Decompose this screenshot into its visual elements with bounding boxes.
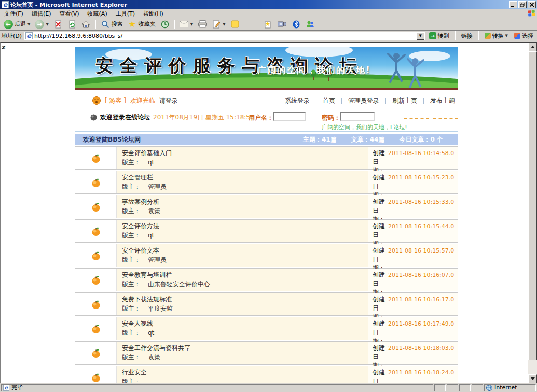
media-button[interactable] (276, 19, 288, 30)
forward-button[interactable]: → ▼ (33, 19, 50, 30)
forum-title[interactable]: 免费下载法规标准 (122, 295, 363, 304)
orange-fruit-icon (91, 348, 101, 358)
status-text: 完毕 (11, 384, 23, 391)
moderator-value[interactable]: 管理员 (148, 256, 167, 263)
menu-favorites[interactable]: 收藏(A) (84, 9, 112, 18)
moderator-value[interactable]: qt (148, 329, 154, 337)
home-button[interactable] (80, 19, 92, 30)
menu-help[interactable]: 帮助(H) (139, 9, 168, 18)
stop-button[interactable] (52, 19, 64, 30)
moderator-value[interactable]: qt (148, 159, 154, 166)
close-button[interactable] (528, 1, 536, 8)
forum-title[interactable]: 安全管理栏 (122, 173, 363, 182)
bluetooth-button[interactable] (290, 19, 302, 30)
print-button[interactable] (196, 19, 209, 30)
forum-main-cell: 安全教育与培训栏 版主：山东鲁轻安全评价中心 (117, 269, 368, 291)
convert-dropdown-icon[interactable]: ▼ (505, 34, 508, 38)
history-icon (160, 20, 170, 29)
forum-meta-cell: 创建日期： 2011-08-16 10:17:49.0 今日主题数： 3 (368, 317, 458, 340)
username-input[interactable] (273, 112, 306, 121)
login-prompt-link[interactable]: 请登录 (159, 96, 178, 105)
menu-view[interactable]: 查看(V) (55, 9, 83, 18)
links-button[interactable]: 链接 (459, 32, 475, 40)
favorites-button[interactable]: ★ 收藏夹 (126, 19, 157, 30)
minimize-button[interactable] (509, 1, 517, 8)
moderator-value[interactable]: 平度安监 (148, 305, 173, 312)
restore-button[interactable] (518, 1, 527, 8)
welcome-text: 欢迎光临 (130, 96, 155, 105)
forum-row[interactable]: 事故案例分析 版主：袁策 创建日期： 2011-08-16 10:15:33.0… (75, 195, 458, 218)
address-input[interactable] (34, 33, 415, 39)
scroll-down-button[interactable] (528, 374, 537, 383)
forum-row[interactable]: 安全工作交流与资料共享 版主：袁策 创建日期： 2011-08-16 10:18… (75, 341, 458, 365)
edit-button[interactable]: ▼ (210, 19, 227, 30)
go-button[interactable]: → 转到 (427, 32, 451, 40)
dashed-links[interactable] (404, 118, 458, 119)
password-input[interactable] (340, 112, 375, 121)
forum-title[interactable]: 行业安全 (122, 368, 363, 377)
stop-icon (53, 20, 63, 29)
forum-title[interactable]: 安全人视线 (122, 319, 363, 328)
forum-row[interactable]: 安全评价文本 版主：管理员 创建日期： 2011-08-16 10:15:57.… (75, 244, 458, 267)
refresh-button[interactable] (66, 19, 78, 30)
created-value: 2011-08-16 10:18:24.0 (388, 369, 454, 376)
scrollbar-thumb[interactable] (528, 51, 537, 360)
add-favorite-button[interactable]: ★ (262, 19, 274, 30)
forum-title[interactable]: 安全工作交流与资料共享 (122, 344, 363, 353)
forum-row[interactable]: 安全评价方法 版主：qt 创建日期： 2011-08-16 10:15:44.0… (75, 219, 458, 243)
globe-icon (486, 385, 492, 391)
forum-row[interactable]: 安全人视线 版主：qt 创建日期： 2011-08-16 10:17:49.0 … (75, 317, 458, 340)
nav-admin-login[interactable]: 管理员登录 (348, 96, 379, 105)
forum-moderator-line: 版主：袁策 (122, 353, 363, 362)
forum-main-cell: 免费下载法规标准 版主：平度安监 (117, 293, 368, 315)
nav-post-topic[interactable]: 发布主题 (430, 96, 455, 105)
home-icon (81, 20, 91, 29)
forum-row[interactable]: 安全管理栏 版主：管理员 创建日期： 2011-08-16 10:15:23.0… (75, 171, 458, 194)
moderator-value[interactable]: qt (148, 232, 154, 239)
forum-title[interactable]: 安全评价方法 (122, 222, 363, 231)
menu-tools[interactable]: 工具(T) (112, 9, 139, 18)
vertical-scrollbar[interactable] (528, 43, 537, 383)
forum-title[interactable]: 安全教育与培训栏 (122, 271, 363, 279)
nav-refresh-home[interactable]: 刷新主页 (392, 96, 417, 105)
forum-row[interactable]: 安全评价基础入门 版主：qt 创建日期： 2011-08-16 10:14:58… (75, 146, 458, 170)
forum-title[interactable]: 事故案例分析 (122, 198, 363, 206)
forum-title[interactable]: 安全评价基础入门 (122, 149, 363, 158)
messenger-icon (306, 20, 315, 29)
address-bar: 地址(D) e ▼ → 转到 链接 转换 ▼ 选择 (0, 31, 537, 41)
forum-row[interactable]: 安全教育与培训栏 版主：山东鲁轻安全评价中心 创建日期： 2011-08-16 … (75, 268, 458, 291)
nav-system-login[interactable]: 系统登录 (285, 96, 310, 105)
forum-row[interactable]: 行业安全 版主： 创建日期： 2011-08-16 10:18:24.0 今日主… (75, 366, 458, 383)
forum-main-cell: 安全管理栏 版主：管理员 (117, 171, 368, 193)
scroll-up-button[interactable] (528, 43, 537, 51)
forward-dropdown-icon[interactable]: ▼ (46, 22, 48, 26)
moderator-value[interactable]: 山东鲁轻安全评价中心 (148, 281, 210, 288)
moderator-value[interactable]: 袁策 (148, 207, 160, 215)
moderator-value[interactable]: 袁策 (148, 354, 160, 361)
mail-dropdown-icon[interactable]: ▼ (190, 22, 193, 26)
edit-dropdown-icon[interactable]: ▼ (223, 22, 225, 26)
address-input-box[interactable]: e ▼ (24, 32, 425, 40)
history-button[interactable] (159, 19, 171, 30)
back-dropdown-icon[interactable]: ▼ (27, 22, 30, 26)
messenger-button[interactable] (304, 19, 316, 30)
bluetooth-icon (292, 20, 301, 29)
menu-file[interactable]: 文件(F) (0, 9, 27, 18)
banner-slogan: 广阔的空间，我们的天地! (257, 64, 371, 76)
title-bar: e 论坛首页 - Microsoft Internet Explorer (0, 0, 537, 9)
search-button[interactable]: 搜索 (99, 19, 125, 30)
back-button[interactable]: ← 后退 ▼ (2, 19, 32, 30)
mail-button[interactable]: ▼ (178, 19, 195, 30)
toolbar-separator (174, 20, 175, 29)
discuss-button[interactable] (229, 19, 241, 30)
moderator-value[interactable]: 管理员 (148, 183, 167, 190)
nav-home[interactable]: 首页 (323, 96, 335, 105)
forum-list: 安全评价基础入门 版主：qt 创建日期： 2011-08-16 10:14:58… (75, 146, 458, 383)
created-value: 2011-08-16 10:15:57.0 (388, 247, 454, 254)
forum-row[interactable]: 免费下载法规标准 版主：平度安监 创建日期： 2011-08-16 10:16:… (75, 292, 458, 316)
address-dropdown-icon[interactable]: ▼ (417, 32, 424, 40)
convert-button[interactable]: 转换 ▼ (483, 32, 510, 40)
menu-edit[interactable]: 编辑(E) (27, 9, 56, 18)
select-button[interactable]: 选择 (512, 32, 535, 40)
forum-title[interactable]: 安全评价文本 (122, 246, 363, 255)
